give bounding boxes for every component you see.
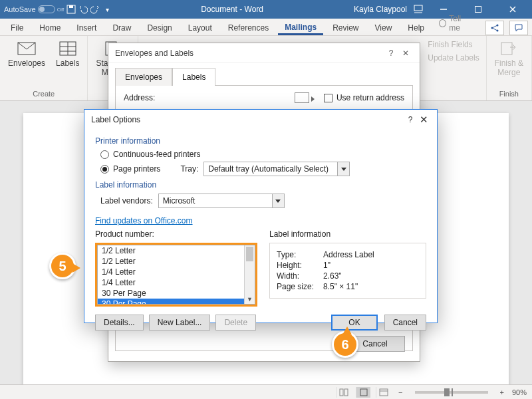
list-item[interactable]: 1/4 Letter — [98, 277, 255, 288]
web-layout-icon[interactable] — [376, 387, 390, 398]
dlg1-tab-envelopes[interactable]: Envelopes — [115, 68, 172, 86]
finish-fields-button: Finish Fields — [413, 39, 473, 51]
labels-button[interactable]: Labels — [53, 39, 82, 69]
dlg1-cancel-label: Cancel — [362, 339, 387, 348]
tab-review[interactable]: Review — [326, 20, 365, 35]
update-labels-label: Update Labels — [428, 53, 479, 63]
continuous-feed-radio[interactable] — [100, 150, 109, 159]
new-label-label: New Label... — [158, 318, 202, 327]
finish-merge-button: Finish & Merge — [492, 39, 526, 78]
zoom-in-button[interactable]: + — [497, 388, 507, 396]
list-item[interactable]: 30 Per Page — [98, 288, 255, 299]
tab-insert[interactable]: Insert — [70, 20, 103, 35]
dlg1-tab-labels[interactable]: Labels — [172, 68, 215, 86]
tell-me[interactable]: Tell me — [434, 14, 477, 35]
tab-layout[interactable]: Layout — [182, 20, 219, 35]
use-return-checkbox[interactable] — [324, 94, 332, 102]
svg-rect-4 — [475, 7, 481, 13]
user-name[interactable]: Kayla Claypool — [354, 5, 407, 14]
tab-mailings[interactable]: Mailings — [278, 19, 323, 35]
scroll-down-icon[interactable]: ▼ — [245, 295, 255, 304]
cancel-label: Cancel — [393, 318, 418, 327]
ribbon-options-icon[interactable] — [414, 5, 423, 14]
cancel-button[interactable]: Cancel — [384, 315, 426, 331]
vendor-select[interactable]: Microsoft — [158, 194, 285, 208]
status-bar: − + 90% — [0, 384, 532, 399]
envelopes-button[interactable]: Envelopes — [5, 39, 48, 69]
group-finish-label: Finish — [499, 90, 519, 99]
dlg1-close-button[interactable]: ✕ — [398, 49, 413, 58]
dropdown-arrow-icon — [272, 194, 284, 207]
update-labels-button: Update Labels — [413, 52, 480, 64]
zoom-level[interactable]: 90% — [512, 388, 527, 396]
tray-value: Default tray (Automatically Select) — [208, 164, 329, 174]
list-item[interactable]: 1/4 Letter — [98, 267, 255, 277]
address-book-icon[interactable] — [295, 92, 309, 103]
tab-home[interactable]: Home — [33, 20, 67, 35]
ok-button[interactable]: OK — [331, 315, 377, 331]
page-size-value: 8.5" × 11" — [323, 282, 358, 291]
svg-point-9 — [497, 30, 499, 32]
ribbon-tabs: File Home Insert Draw Design Layout Refe… — [0, 19, 532, 36]
vendor-value: Microsoft — [163, 196, 196, 205]
envelope-icon — [17, 40, 36, 57]
callout-5: 5 — [49, 253, 76, 279]
product-number-listbox[interactable]: 1/2 Letter 1/2 Letter 1/4 Letter 1/4 Let… — [97, 245, 255, 305]
dlg2-help-button[interactable]: ? — [404, 115, 417, 124]
page-printers-radio[interactable] — [100, 165, 109, 174]
label-info-header: Label information — [95, 180, 426, 190]
scroll-thumb[interactable] — [246, 247, 253, 261]
finish-fields-label: Finish Fields — [428, 40, 472, 49]
zoom-slider[interactable] — [415, 391, 488, 394]
dlg1-help-button[interactable]: ? — [384, 49, 398, 58]
envelopes-label: Envelopes — [8, 59, 45, 68]
tab-view[interactable]: View — [368, 20, 399, 35]
redo-icon[interactable] — [90, 5, 100, 14]
list-item-selected[interactable]: 30 Per Page — [98, 299, 255, 305]
labels-icon — [59, 40, 77, 57]
tab-draw[interactable]: Draw — [106, 20, 138, 35]
label-options-dialog: Label Options ? ✕ Printer information Co… — [84, 109, 438, 323]
autosave-toggle[interactable]: AutoSave Off — [4, 5, 64, 13]
product-number-label: Product number: — [95, 229, 257, 239]
list-item[interactable]: 1/2 Letter — [98, 245, 255, 256]
save-icon[interactable] — [66, 5, 76, 14]
undo-icon[interactable] — [78, 5, 88, 14]
width-value: 2.63" — [323, 271, 342, 281]
vendors-label: Label vendors: — [100, 196, 153, 205]
tab-file[interactable]: File — [4, 20, 30, 35]
tab-references[interactable]: References — [221, 20, 275, 35]
tab-design[interactable]: Design — [140, 20, 178, 35]
tell-me-label: Tell me — [449, 14, 472, 33]
details-label: Details... — [104, 318, 135, 327]
address-label: Address: — [124, 93, 155, 102]
finish-merge-icon — [499, 40, 518, 57]
tab-help[interactable]: Help — [401, 20, 431, 35]
qat-dropdown-icon[interactable]: ▾ — [102, 5, 112, 14]
read-mode-icon[interactable] — [336, 387, 350, 398]
dlg1-title: Envelopes and Labels — [115, 49, 384, 58]
group-finish: Finish & Merge Finish — [487, 36, 532, 100]
list-item[interactable]: 1/2 Letter — [98, 256, 255, 267]
finish-merge-label: Finish & Merge — [495, 59, 523, 77]
print-layout-icon[interactable] — [356, 387, 370, 398]
close-button[interactable] — [499, 0, 527, 19]
type-value: Address Label — [323, 250, 374, 259]
office-updates-link[interactable]: Find updates on Office.com — [95, 216, 193, 225]
comments-button[interactable] — [509, 21, 528, 35]
tray-select[interactable]: Default tray (Automatically Select) — [203, 162, 350, 176]
dlg1-tab-envelopes-label: Envelopes — [125, 72, 162, 82]
dlg2-close-button[interactable]: ✕ — [417, 114, 430, 126]
autosave-label: AutoSave — [4, 5, 36, 13]
new-label-button[interactable]: New Label... — [149, 315, 211, 331]
page-printers-label: Page printers — [113, 164, 160, 174]
svg-rect-2 — [414, 5, 422, 11]
svg-rect-21 — [380, 389, 388, 396]
autosave-state: Off — [57, 7, 65, 13]
listbox-scrollbar[interactable]: ▲ ▼ — [244, 245, 255, 304]
zoom-out-button[interactable]: − — [396, 388, 405, 396]
share-button[interactable] — [485, 21, 504, 35]
details-button[interactable]: Details... — [95, 315, 144, 331]
delete-label: Delete — [224, 318, 247, 327]
dropdown-arrow-icon — [337, 162, 349, 176]
